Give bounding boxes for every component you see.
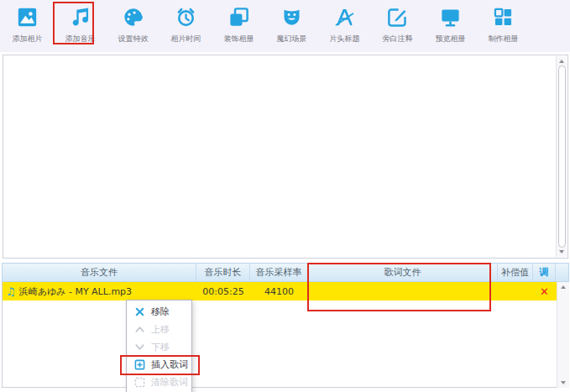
menu-item-remove[interactable]: 移除 — [127, 303, 191, 321]
menu-item-label: 下移 — [151, 341, 170, 353]
sample-rate-cell: 44100 — [250, 282, 308, 301]
photo-time-icon — [175, 6, 197, 29]
add-music-icon — [69, 6, 92, 29]
menu-item-move-down[interactable]: 下移 — [127, 338, 191, 356]
move-down-icon — [134, 342, 145, 353]
make-album-icon — [492, 6, 515, 29]
table-row[interactable]: ♫ 浜崎あゆみ - MY ALL.mp3 00:05:25 44100 ✕ — [2, 282, 569, 301]
music-file-name: 浜崎あゆみ - MY ALL.mp3 — [19, 285, 132, 298]
magic-scene-icon — [280, 6, 303, 29]
photo-list-area — [3, 55, 568, 259]
toolbar-label: 添加相片 — [13, 34, 43, 44]
decorate-album-icon — [227, 6, 250, 29]
toolbar-label: 设置特效 — [118, 34, 149, 44]
toolbar-narration[interactable]: 旁白注释 — [371, 0, 424, 52]
narration-icon — [386, 6, 409, 29]
toolbar-make-album[interactable]: 制作相册 — [477, 0, 530, 52]
table-scroll-up-icon[interactable] — [561, 285, 566, 289]
move-up-icon — [134, 324, 145, 335]
toolbar-preview-album[interactable]: 预览相册 — [424, 0, 477, 52]
menu-item-label: 上移 — [151, 323, 170, 336]
toolbar-title[interactable]: 片头标题 — [318, 0, 371, 52]
toolbar-label: 片头标题 — [330, 34, 360, 44]
album-maker-window: 添加相片 添加音乐 设置特效 相片时间 — [0, 0, 570, 392]
lyrics-file-cell[interactable] — [308, 282, 498, 301]
duration-cell: 00:05:25 — [196, 282, 250, 301]
toolbar-label: 相片时间 — [171, 34, 201, 44]
clear-lyrics-icon — [134, 377, 145, 388]
column-header-lyrics-file[interactable]: 歌词文件 — [308, 264, 498, 281]
toolbar-add-photos[interactable]: 添加相片 — [1, 0, 54, 52]
compensation-cell[interactable] — [498, 282, 533, 301]
scroll-down-icon[interactable] — [559, 250, 564, 253]
delete-row-button[interactable]: ✕ — [533, 282, 556, 301]
column-header-tune[interactable]: 调 — [533, 264, 556, 281]
scroll-up-icon[interactable] — [559, 60, 564, 63]
menu-item-label: 移除 — [151, 306, 170, 318]
column-header-spacer — [556, 264, 568, 281]
scrollbar-thumb[interactable] — [558, 65, 566, 248]
toolbar-label: 制作相册 — [489, 34, 519, 44]
title-icon — [333, 6, 356, 29]
main-scrollbar[interactable] — [556, 56, 567, 257]
toolbar-photo-time[interactable]: 相片时间 — [159, 0, 212, 52]
toolbar-label: 装饰相册 — [224, 34, 254, 44]
toolbar-label: 添加音乐 — [65, 34, 96, 44]
music-table-body — [2, 301, 569, 388]
music-note-icon: ♫ — [6, 286, 16, 297]
table-scrollbar[interactable] — [557, 282, 569, 388]
toolbar-effects[interactable]: 设置特效 — [107, 0, 159, 52]
insert-lyrics-icon — [134, 359, 145, 370]
column-header-sample-rate[interactable]: 音乐采样率 — [250, 264, 308, 281]
remove-icon — [134, 306, 145, 317]
toolbar-label: 预览相册 — [436, 34, 466, 44]
toolbar-magic-scene[interactable]: 魔幻场景 — [265, 0, 318, 52]
music-table: 音乐文件 音乐时长 音乐采样率 歌词文件 补偿值 调 ♫ 浜崎あゆみ - MY … — [2, 263, 569, 388]
menu-item-insert-lyrics[interactable]: 插入歌词 — [127, 356, 191, 374]
menu-item-label: 清除歌词 — [151, 376, 188, 389]
effects-icon — [122, 6, 144, 29]
toolbar-decorate-album[interactable]: 装饰相册 — [212, 0, 265, 52]
add-photos-icon — [16, 6, 39, 29]
menu-item-move-up[interactable]: 上移 — [127, 321, 191, 338]
menu-item-label: 插入歌词 — [151, 358, 188, 371]
column-header-compensation[interactable]: 补偿值 — [498, 264, 533, 281]
table-scroll-down-icon[interactable] — [561, 381, 566, 384]
menu-item-clear-lyrics[interactable]: 清除歌词 — [127, 374, 191, 391]
toolbar-label: 魔幻场景 — [277, 34, 307, 44]
column-header-duration[interactable]: 音乐时长 — [196, 264, 250, 281]
music-table-header: 音乐文件 音乐时长 音乐采样率 歌词文件 补偿值 调 — [2, 263, 569, 282]
preview-album-icon — [439, 6, 462, 29]
toolbar: 添加相片 添加音乐 设置特效 相片时间 — [0, 0, 570, 52]
toolbar-label: 旁白注释 — [383, 34, 413, 44]
music-file-cell[interactable]: ♫ 浜崎あゆみ - MY ALL.mp3 — [3, 282, 196, 301]
context-menu: 移除 上移 下移 插入歌词 清除歌词 — [126, 300, 192, 392]
toolbar-add-music[interactable]: 添加音乐 — [54, 0, 107, 52]
column-header-music-file[interactable]: 音乐文件 — [3, 264, 196, 281]
